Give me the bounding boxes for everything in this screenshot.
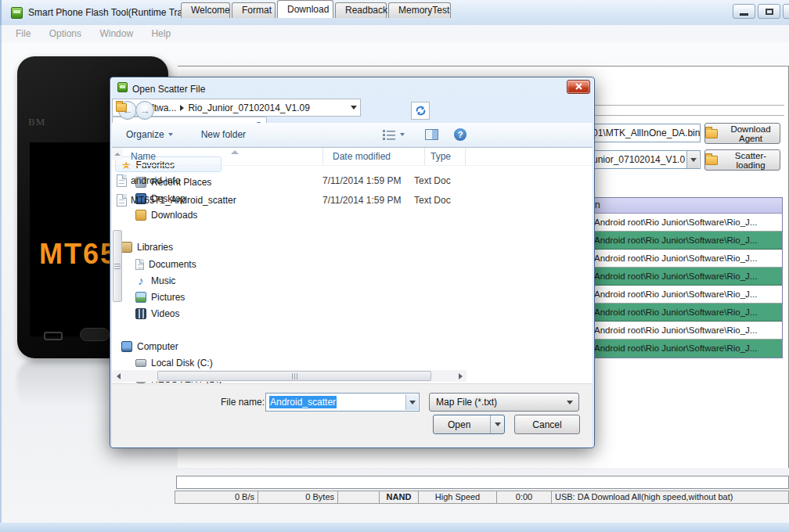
videos-icon <box>135 308 146 319</box>
table-row[interactable]: Android root\Rio Junior\Software\Rio_J..… <box>592 340 782 358</box>
nav-history-dropdown-icon[interactable] <box>156 109 160 112</box>
file-row-scatter[interactable]: MT6571_Android_scatter 7/11/2014 1:59 PM… <box>112 191 467 209</box>
scatter-loading-button[interactable]: Scatter-loading <box>704 149 780 171</box>
sidebar-item-documents[interactable]: Documents <box>135 257 196 271</box>
breadcrumb-current[interactable]: Rio_Junior_07102014_V1.09 <box>188 102 309 113</box>
sidebar-group-libraries[interactable]: Libraries <box>121 239 173 254</box>
column-divider <box>322 148 323 165</box>
folder-icon <box>116 103 127 112</box>
status-empty <box>338 491 380 503</box>
dialog-footer: File name: Android_scatter Map File (*.t… <box>112 383 593 447</box>
download-agent-button-label: Download Agent <box>722 124 780 143</box>
app-icon <box>11 7 23 19</box>
download-agent-path-field[interactable]: 01\MTK_AllInOne_DA.bin <box>589 124 701 142</box>
table-row[interactable]: Android root\Rio Junior\Software\Rio_J..… <box>592 268 782 286</box>
table-row[interactable]: Android root\Rio Junior\Software\Rio_J..… <box>592 286 782 304</box>
table-row[interactable]: Android root\Rio Junior\Software\Rio_J..… <box>592 304 782 322</box>
refresh-button[interactable] <box>411 102 430 120</box>
menu-help[interactable]: Help <box>143 25 178 42</box>
breadcrumb-arrow-icon <box>180 105 184 111</box>
status-bytes: 0 Bytes <box>258 491 338 503</box>
scroll-up-button[interactable] <box>112 148 123 160</box>
address-row: ← → « Softwa... Rio_Junior_07102014_V1.0… <box>112 99 593 123</box>
file-list-hscrollbar[interactable] <box>113 370 467 382</box>
cancel-button-label: Cancel <box>532 419 561 430</box>
address-dropdown-icon[interactable] <box>351 106 357 110</box>
tab-download[interactable]: Download <box>277 0 333 18</box>
status-flash-type: NAND <box>380 491 419 503</box>
file-type: Text Docu <box>414 175 451 186</box>
filename-dropdown[interactable] <box>405 394 418 410</box>
help-icon: ? <box>454 128 467 141</box>
sidebar-item-pictures[interactable]: Pictures <box>135 289 185 304</box>
sidebar-item-local-disk-c[interactable]: Local Disk (C:) <box>135 355 213 370</box>
menu-options[interactable]: Options <box>41 25 89 42</box>
downloads-icon <box>135 210 146 221</box>
dialog-close-button[interactable] <box>567 80 590 94</box>
chevron-down-icon <box>690 158 697 162</box>
cancel-button[interactable]: Cancel <box>514 415 580 434</box>
column-header-date[interactable]: Date modified <box>333 148 391 165</box>
tab-readback[interactable]: Readback <box>335 2 387 18</box>
sidebar-item-videos[interactable]: Videos <box>135 306 179 321</box>
filename-input[interactable]: Android_scatter <box>265 393 420 412</box>
sidebar-item-label: Music <box>151 275 175 286</box>
maximize-button[interactable] <box>758 4 780 19</box>
arrow-left-icon[interactable] <box>117 373 121 379</box>
table-column-header[interactable]: n <box>592 198 782 214</box>
tab-strip <box>178 49 789 66</box>
scrollbar-thumb[interactable] <box>113 230 122 302</box>
chevron-down-icon <box>409 401 416 404</box>
open-scatter-file-dialog: Open Scatter File ← → « Softwa... Rio_Ju… <box>110 77 595 448</box>
preview-pane-button[interactable] <box>420 126 443 143</box>
folder-icon <box>705 156 718 165</box>
forward-button[interactable]: → <box>135 101 154 120</box>
forward-icon: → <box>140 105 150 117</box>
scatter-combo-arrow[interactable] <box>686 151 699 168</box>
minimize-button[interactable] <box>733 4 755 19</box>
table-row[interactable]: Android root\Rio Junior\Software\Rio_J..… <box>592 214 782 232</box>
tab-format[interactable]: Format <box>232 2 276 18</box>
filetype-dropdown[interactable]: Map File (*.txt) <box>429 393 579 412</box>
status-bar: 0 B/s 0 Bytes NAND High Speed 0:00 USB: … <box>175 491 789 504</box>
organize-label: Organize <box>126 129 164 140</box>
new-folder-label: New folder <box>201 129 246 140</box>
filename-value: Android_scatter <box>269 396 337 408</box>
close-button[interactable] <box>783 4 789 19</box>
chevron-down-icon <box>168 133 173 136</box>
column-header-type[interactable]: Type <box>431 148 451 165</box>
file-row-android-info[interactable]: android-info 7/11/2014 1:59 PM Text Docu <box>112 171 467 189</box>
dialog-titlebar[interactable]: Open Scatter File <box>112 78 593 99</box>
pictures-icon <box>135 292 146 303</box>
scatter-file-combo[interactable]: unior_07102014_V1.0 <box>589 150 701 169</box>
hscrollbar-thumb[interactable] <box>157 371 431 381</box>
tab-welcome[interactable]: Welcome <box>181 2 230 18</box>
menu-file[interactable]: File <box>8 25 38 42</box>
sidebar-item-downloads[interactable]: Downloads <box>135 207 197 222</box>
window-bottom-edge <box>0 523 789 532</box>
open-split-dropdown[interactable] <box>490 415 504 433</box>
sidebar-group-computer[interactable]: Computer <box>121 339 178 354</box>
text-document-icon <box>117 174 127 187</box>
download-agent-button[interactable]: Download Agent <box>704 123 780 144</box>
table-row[interactable]: Android root\Rio Junior\Software\Rio_J..… <box>592 232 782 250</box>
new-folder-button[interactable]: New folder <box>196 126 250 143</box>
column-header-name[interactable]: Name <box>131 148 156 165</box>
open-button[interactable]: Open <box>433 415 505 434</box>
views-icon <box>382 129 396 140</box>
sidebar-item-music[interactable]: ♪ Music <box>135 273 175 288</box>
help-button[interactable]: ? <box>449 125 471 144</box>
menu-window[interactable]: Window <box>92 25 141 42</box>
organize-button[interactable]: Organize <box>121 126 178 143</box>
dialog-main: ★ Favorites Recent Places Desktop Downlo… <box>112 147 593 383</box>
file-date: 7/11/2014 1:59 PM <box>322 195 414 206</box>
column-divider <box>424 148 425 165</box>
views-button[interactable] <box>377 126 409 143</box>
table-row[interactable]: Android root\Rio Junior\Software\Rio_J..… <box>592 250 782 268</box>
sidebar-item-label: Pictures <box>151 292 185 303</box>
arrow-right-icon[interactable] <box>459 373 463 379</box>
folder-icon <box>705 129 718 138</box>
scatter-loading-button-label: Scatter-loading <box>722 151 780 170</box>
table-row[interactable]: Android root\Rio Junior\Software\Rio_J..… <box>592 322 782 340</box>
tab-memorytest[interactable]: MemoryTest <box>388 2 451 18</box>
